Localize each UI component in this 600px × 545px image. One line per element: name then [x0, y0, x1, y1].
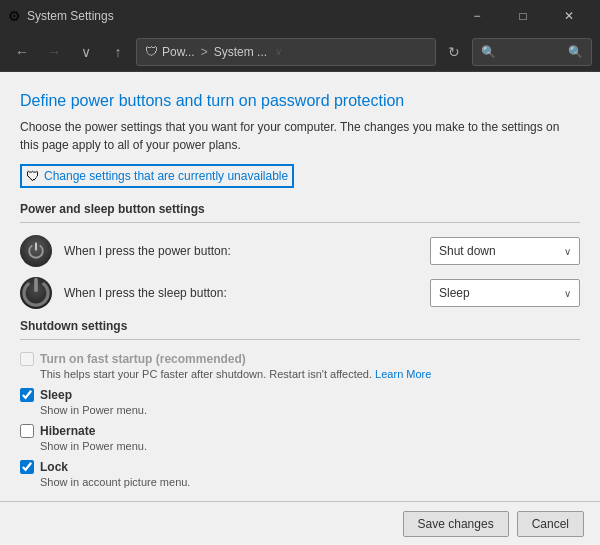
sleep-button-label: When I press the sleep button: [64, 286, 418, 300]
dropdown-button[interactable]: ∨ [72, 38, 100, 66]
lock-desc: Show in account picture menu. [40, 476, 580, 488]
search-box[interactable]: 🔍 [472, 38, 592, 66]
maximize-button[interactable]: □ [500, 0, 546, 32]
change-settings-anchor[interactable]: Change settings that are currently unava… [44, 169, 288, 183]
shutdown-section-label: Shutdown settings [20, 319, 580, 333]
breadcrumb-2: System ... [214, 45, 267, 59]
lock-item: Lock Show in account picture menu. [20, 460, 580, 488]
search-icon: 🔍 [568, 45, 583, 59]
shutdown-settings: Turn on fast startup (recommended) This … [20, 352, 580, 488]
content-area: Define power buttons and turn on passwor… [0, 72, 600, 545]
path-icon: 🛡 [145, 44, 158, 59]
fast-startup-checkbox[interactable] [20, 352, 34, 366]
address-bar: ← → ∨ ↑ 🛡 Pow... > System ... ∨ ↻ 🔍 [0, 32, 600, 72]
close-button[interactable]: ✕ [546, 0, 592, 32]
title-bar-controls: − □ ✕ [454, 0, 592, 32]
sleep-row: Sleep [20, 388, 580, 402]
back-button[interactable]: ← [8, 38, 36, 66]
power-button-row: When I press the power button: Shut down… [20, 235, 580, 267]
title-bar-left: ⚙ System Settings [8, 8, 114, 24]
fast-startup-label: Turn on fast startup (recommended) [40, 352, 246, 366]
sleep-button-value: Sleep [439, 286, 470, 300]
sleep-button-row: When I press the sleep button: Sleep ∨ [20, 277, 580, 309]
breadcrumb-1: Pow... [162, 45, 195, 59]
search-input[interactable] [481, 45, 564, 59]
lock-checkbox[interactable] [20, 460, 34, 474]
change-settings-link[interactable]: 🛡 Change settings that are currently una… [20, 164, 294, 188]
fast-startup-row: Turn on fast startup (recommended) [20, 352, 580, 366]
sleep-button-icon [20, 277, 52, 309]
fast-startup-item: Turn on fast startup (recommended) This … [20, 352, 580, 380]
hibernate-item: Hibernate Show in Power menu. [20, 424, 580, 452]
power-dropdown-arrow: ∨ [564, 246, 571, 257]
breadcrumb-dropdown-arrow[interactable]: ∨ [275, 46, 282, 57]
page-title: Define power buttons and turn on passwor… [20, 92, 580, 110]
sleep-button-dropdown[interactable]: Sleep ∨ [430, 279, 580, 307]
page-description: Choose the power settings that you want … [20, 118, 580, 154]
sleep-label: Sleep [40, 388, 72, 402]
up-button[interactable]: ↑ [104, 38, 132, 66]
shield-refresh-icon: 🛡 [26, 168, 40, 184]
sleep-desc: Show in Power menu. [40, 404, 580, 416]
address-path[interactable]: 🛡 Pow... > System ... ∨ [136, 38, 436, 66]
breadcrumb-separator: > [201, 45, 208, 59]
hibernate-label: Hibernate [40, 424, 95, 438]
sleep-checkbox[interactable] [20, 388, 34, 402]
lock-row: Lock [20, 460, 580, 474]
title-bar-title: System Settings [27, 9, 114, 23]
save-changes-button[interactable]: Save changes [403, 511, 509, 537]
section-divider-2 [20, 339, 580, 340]
cancel-button[interactable]: Cancel [517, 511, 584, 537]
section-divider-1 [20, 222, 580, 223]
app-icon: ⚙ [8, 8, 21, 24]
hibernate-desc: Show in Power menu. [40, 440, 580, 452]
footer-buttons: Save changes Cancel [0, 501, 600, 545]
power-button-icon [20, 235, 52, 267]
forward-button[interactable]: → [40, 38, 68, 66]
title-bar: ⚙ System Settings − □ ✕ [0, 0, 600, 32]
lock-label: Lock [40, 460, 68, 474]
power-sleep-section-label: Power and sleep button settings [20, 202, 580, 216]
sleep-dropdown-arrow: ∨ [564, 288, 571, 299]
hibernate-checkbox[interactable] [20, 424, 34, 438]
power-button-dropdown[interactable]: Shut down ∨ [430, 237, 580, 265]
power-button-value: Shut down [439, 244, 496, 258]
hibernate-row: Hibernate [20, 424, 580, 438]
power-button-label: When I press the power button: [64, 244, 418, 258]
fast-startup-desc: This helps start your PC faster after sh… [40, 368, 580, 380]
refresh-button[interactable]: ↻ [440, 38, 468, 66]
minimize-button[interactable]: − [454, 0, 500, 32]
sleep-item: Sleep Show in Power menu. [20, 388, 580, 416]
learn-more-link[interactable]: Learn More [375, 368, 431, 380]
